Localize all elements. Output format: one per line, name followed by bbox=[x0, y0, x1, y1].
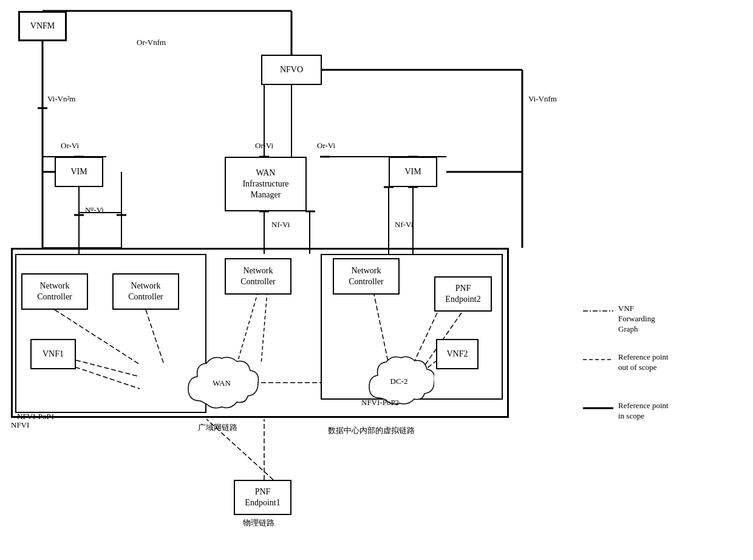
nc1-box: Network Controller bbox=[21, 273, 88, 310]
nfvo-label: NFVO bbox=[280, 64, 303, 75]
vi-vnfm-label: Vi-Vnfm bbox=[528, 94, 557, 104]
vnf1-label: VNF1 bbox=[43, 349, 64, 360]
vi-vn2m-label: Vi-Vn²m bbox=[47, 94, 75, 104]
or-vnfm-label: Or-Vnfm bbox=[137, 38, 166, 47]
pnf-endpoint2-label: PNF Endpoint2 bbox=[445, 283, 480, 305]
or-vi-left-label: Or-Vi bbox=[61, 141, 79, 151]
or-vi-right-label: Or-Vi bbox=[317, 141, 335, 151]
svg-text:WAN: WAN bbox=[213, 378, 231, 388]
vnfm-box: VNFM bbox=[18, 11, 67, 41]
nfvi-pop1-label: NFVI-PoP1 bbox=[17, 412, 55, 422]
physical-link-label: 物理链路 bbox=[243, 517, 274, 528]
legend-ref-in: Reference point in scope bbox=[583, 401, 669, 422]
diagram: VNFM NFVO VIM WAN Infrastructure Manager… bbox=[0, 0, 753, 560]
nc4-label: Network Controller bbox=[349, 265, 384, 287]
legend-vnf-fg: VNF Forwarding Graph bbox=[583, 304, 655, 335]
vnf2-box: VNF2 bbox=[436, 339, 479, 369]
legend-vnf-label: VNF Forwarding Graph bbox=[618, 304, 655, 335]
wan-manager-label: WAN Infrastructure Manager bbox=[242, 168, 288, 201]
vnf1-box: VNF1 bbox=[30, 339, 76, 369]
nc4-box: Network Controller bbox=[333, 258, 400, 295]
vnf2-label: VNF2 bbox=[446, 349, 468, 360]
legend-ref-out: Reference point out of scope bbox=[583, 352, 669, 373]
nc2-label: Network Controller bbox=[128, 281, 163, 302]
vim-right-label: VIM bbox=[404, 166, 421, 177]
dc-link-label: 数据中心内部的虚拟链路 bbox=[328, 425, 415, 436]
nc2-box: Network Controller bbox=[112, 273, 179, 310]
vim-right-box: VIM bbox=[389, 157, 437, 187]
wan-manager-box: WAN Infrastructure Manager bbox=[225, 157, 307, 211]
pnf-endpoint1-box: PNF Endpoint1 bbox=[234, 480, 291, 515]
nfvi-label: NFVI bbox=[11, 420, 29, 430]
wan-link-label: 广域网链路 bbox=[198, 422, 237, 433]
nc3-label: Network Controller bbox=[240, 265, 276, 287]
svg-text:DC-2: DC-2 bbox=[390, 377, 408, 386]
or-vi-center-label: Or-Vi bbox=[255, 141, 273, 151]
nfvi-pop2-label: NFVI-PoP2 bbox=[361, 398, 399, 408]
nfvo-box: NFVO bbox=[261, 55, 322, 85]
nf-vi-left-label: Nf-Vi bbox=[271, 220, 290, 230]
wan-cloud: WAN bbox=[182, 352, 261, 419]
legend-ref-in-label: Reference point in scope bbox=[618, 401, 669, 422]
pnf-endpoint2-box: PNF Endpoint2 bbox=[434, 276, 492, 312]
vim-left-box: VIM bbox=[55, 157, 103, 187]
vim-left-label: VIM bbox=[70, 166, 87, 177]
ng-vi-label: Nᵍ-Vi bbox=[85, 205, 104, 215]
nc1-label: Network Controller bbox=[37, 281, 72, 302]
nf-vi-right-label: Nf-Vi bbox=[395, 220, 413, 230]
vnfm-label: VNFM bbox=[30, 21, 55, 32]
legend-ref-out-label: Reference point out of scope bbox=[618, 352, 669, 373]
pnf-endpoint1-label: PNF Endpoint1 bbox=[245, 487, 280, 508]
nc3-box: Network Controller bbox=[225, 258, 291, 295]
